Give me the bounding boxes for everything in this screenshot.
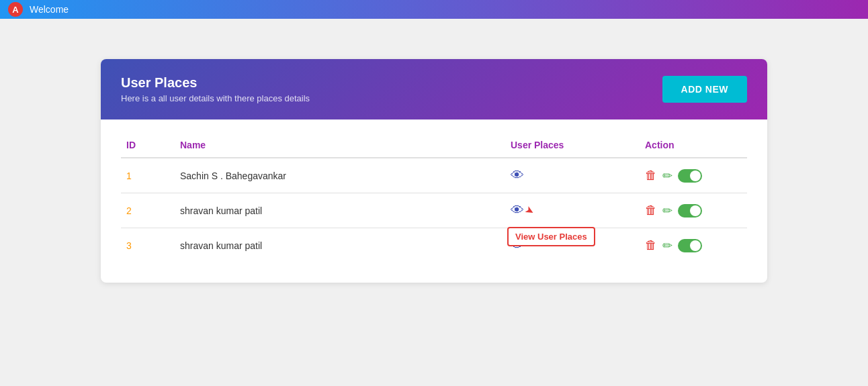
table-row: 3 shravan kumar patil 👁 🗑 ✏	[121, 228, 747, 263]
card-subtitle: Here is a all user details with there pl…	[121, 93, 310, 103]
col-header-id: ID	[121, 133, 175, 158]
row3-name: shravan kumar patil	[175, 228, 505, 263]
table-row: 1 Sachin S . Bahegavankar 👁 🗑 ✏	[121, 158, 747, 193]
eye-icon-row1[interactable]: 👁	[511, 168, 524, 183]
card-header-text: User Places Here is a all user details w…	[121, 75, 310, 103]
row1-name: Sachin S . Bahegavankar	[175, 158, 505, 193]
row2-action: 🗑 ✏	[640, 193, 747, 228]
delete-button-row3[interactable]: 🗑	[645, 238, 657, 252]
row1-id: 1	[121, 158, 175, 193]
navbar: A Welcome	[0, 0, 868, 19]
tooltip-popup[interactable]: View User Places	[507, 227, 595, 246]
toggle-row1[interactable]	[678, 169, 702, 183]
row1-places: 👁	[505, 158, 640, 193]
edit-button-row3[interactable]: ✏	[662, 238, 672, 253]
card-title: User Places	[121, 75, 310, 91]
add-new-button[interactable]: ADD NEW	[662, 76, 747, 103]
row2-id: 2	[121, 193, 175, 228]
row3-action: 🗑 ✏	[640, 228, 747, 263]
navbar-logo: A	[8, 2, 23, 17]
toggle-row2[interactable]	[678, 204, 702, 218]
eye-icon-row2[interactable]: 👁	[511, 203, 524, 218]
tooltip-wrapper-row2: 👁 ➤ View User Places	[511, 203, 524, 218]
delete-button-row1[interactable]: 🗑	[645, 168, 657, 183]
toggle-row3[interactable]	[678, 239, 702, 252]
col-header-places: User Places	[505, 133, 640, 158]
row3-id: 3	[121, 228, 175, 263]
action-icons-row3: 🗑 ✏	[645, 238, 742, 253]
arrow-indicator: ➤	[523, 203, 537, 218]
table-container: ID Name User Places Action 1 Sachin S . …	[101, 119, 767, 283]
row1-action: 🗑 ✏	[640, 158, 747, 193]
action-icons-row1: 🗑 ✏	[645, 168, 742, 183]
row2-name: shravan kumar patil	[175, 193, 505, 228]
user-places-table: ID Name User Places Action 1 Sachin S . …	[121, 133, 747, 262]
edit-button-row2[interactable]: ✏	[662, 203, 672, 218]
action-icons-row2: 🗑 ✏	[645, 203, 742, 218]
edit-button-row1[interactable]: ✏	[662, 168, 672, 183]
delete-button-row2[interactable]: 🗑	[645, 203, 657, 218]
col-header-action: Action	[640, 133, 747, 158]
card: User Places Here is a all user details w…	[101, 59, 767, 283]
row2-places: 👁 ➤ View User Places	[505, 193, 640, 228]
card-header: User Places Here is a all user details w…	[101, 59, 767, 119]
table-header-row: ID Name User Places Action	[121, 133, 747, 158]
navbar-title: Welcome	[30, 4, 69, 15]
main-content: User Places Here is a all user details w…	[0, 19, 868, 323]
col-header-name: Name	[175, 133, 505, 158]
table-row: 2 shravan kumar patil 👁 ➤ View User Plac…	[121, 193, 747, 228]
